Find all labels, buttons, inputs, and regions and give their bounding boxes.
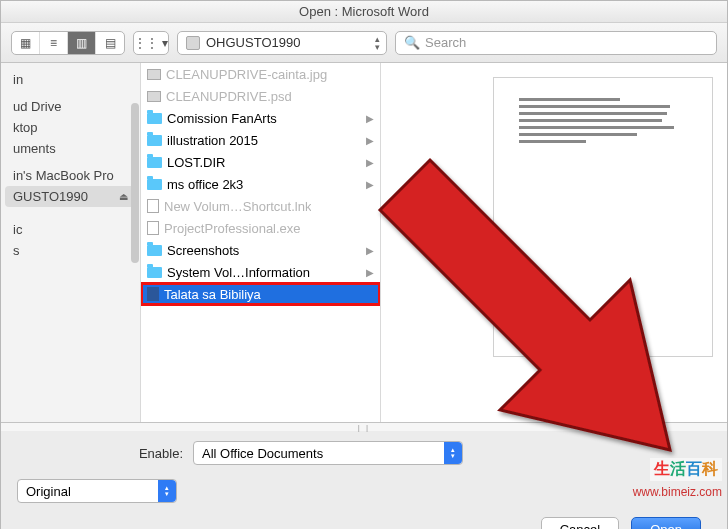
- window-title: Open : Microsoft Word: [1, 1, 727, 23]
- group-by-button[interactable]: ⋮⋮ ▾: [133, 31, 169, 55]
- view-gallery-button[interactable]: ▤: [96, 32, 124, 54]
- file-name: Talata sa Bibiliya: [164, 287, 261, 302]
- file-row[interactable]: Screenshots▶: [141, 239, 380, 261]
- file-name: LOST.DIR: [167, 155, 226, 170]
- sidebar-item[interactable]: ic: [5, 219, 136, 240]
- enable-value: All Office Documents: [202, 446, 323, 461]
- image-icon: [147, 91, 161, 102]
- file-name: ms office 2k3: [167, 177, 243, 192]
- doc-icon: [147, 221, 159, 235]
- view-columns-button[interactable]: ▥: [68, 32, 96, 54]
- empty-column: [381, 63, 479, 422]
- chevron-updown-icon: ▴▾: [444, 442, 462, 464]
- file-name: Screenshots: [167, 243, 239, 258]
- folder-icon: [147, 113, 162, 124]
- chevron-right-icon: ▶: [366, 135, 374, 146]
- sidebar-item[interactable]: s: [5, 240, 136, 261]
- preview-pane: iya: [479, 63, 727, 422]
- eject-icon[interactable]: ⏏: [119, 191, 128, 202]
- file-row[interactable]: New Volum…Shortcut.lnk: [141, 195, 380, 217]
- chevron-right-icon: ▶: [366, 267, 374, 278]
- word-icon: [147, 287, 159, 301]
- chevron-right-icon: ▶: [366, 157, 374, 168]
- preview-filename: iya: [594, 371, 612, 387]
- location-label: OHGUSTO1990: [206, 35, 300, 50]
- open-mode-value: Original: [26, 484, 71, 499]
- file-row[interactable]: System Vol…Information▶: [141, 261, 380, 283]
- chevron-right-icon: ▶: [366, 113, 374, 124]
- sidebar-item-selected[interactable]: GUSTO1990⏏: [5, 186, 136, 207]
- view-icons-button[interactable]: ▦: [12, 32, 40, 54]
- watermark-site: www.bimeiz.com: [633, 485, 722, 499]
- sidebar-scrollbar[interactable]: [131, 103, 139, 263]
- toolbar: ▦ ≡ ▥ ▤ ⋮⋮ ▾ OHGUSTO1990 ▴▾ 🔍 Search: [1, 23, 727, 63]
- file-name: CLEANUPDRIVE.psd: [166, 89, 292, 104]
- doc-icon: [147, 199, 159, 213]
- file-row[interactable]: illustration 2015▶: [141, 129, 380, 151]
- browser-content: in ud Drive ktop uments in's MacBook Pro…: [1, 63, 727, 423]
- file-name: System Vol…Information: [167, 265, 310, 280]
- file-name: New Volum…Shortcut.lnk: [164, 199, 311, 214]
- folder-icon: [147, 267, 162, 278]
- image-icon: [147, 69, 161, 80]
- file-name: CLEANUPDRIVE-cainta.jpg: [166, 67, 327, 82]
- search-field[interactable]: 🔍 Search: [395, 31, 717, 55]
- file-row[interactable]: Talata sa Bibiliya: [141, 283, 380, 305]
- file-name: Comission FanArts: [167, 111, 277, 126]
- sidebar-item[interactable]: ktop: [5, 117, 136, 138]
- sidebar-item[interactable]: in: [5, 69, 136, 90]
- chevron-updown-icon: ▴▾: [158, 480, 176, 502]
- open-button[interactable]: Open: [631, 517, 701, 529]
- folder-icon: [147, 245, 162, 256]
- cancel-button[interactable]: Cancel: [541, 517, 619, 529]
- location-dropdown[interactable]: OHGUSTO1990 ▴▾: [177, 31, 387, 55]
- sidebar-item[interactable]: in's MacBook Pro: [5, 165, 136, 186]
- search-placeholder: Search: [425, 35, 466, 50]
- file-row[interactable]: ProjectProfessional.exe: [141, 217, 380, 239]
- watermark-text: 生活百科: [650, 458, 722, 481]
- file-row[interactable]: CLEANUPDRIVE-cainta.jpg: [141, 63, 380, 85]
- sidebar: in ud Drive ktop uments in's MacBook Pro…: [1, 63, 141, 422]
- disk-icon: [186, 36, 200, 50]
- sidebar-item[interactable]: uments: [5, 138, 136, 159]
- preview-thumbnail: [493, 77, 713, 357]
- chevron-right-icon: ▶: [366, 179, 374, 190]
- folder-icon: [147, 179, 162, 190]
- enable-label: Enable:: [13, 446, 183, 461]
- file-name: ProjectProfessional.exe: [164, 221, 301, 236]
- chevron-updown-icon: ▴▾: [375, 35, 380, 51]
- open-dialog: Open : Microsoft Word ▦ ≡ ▥ ▤ ⋮⋮ ▾ OHGUS…: [0, 0, 728, 529]
- chevron-right-icon: ▶: [366, 245, 374, 256]
- file-row[interactable]: Comission FanArts▶: [141, 107, 380, 129]
- file-row[interactable]: CLEANUPDRIVE.psd: [141, 85, 380, 107]
- enable-select[interactable]: All Office Documents ▴▾: [193, 441, 463, 465]
- file-column: CLEANUPDRIVE-cainta.jpgCLEANUPDRIVE.psdC…: [141, 63, 381, 422]
- view-mode-segmented[interactable]: ▦ ≡ ▥ ▤: [11, 31, 125, 55]
- file-row[interactable]: ms office 2k3▶: [141, 173, 380, 195]
- folder-icon: [147, 135, 162, 146]
- file-name: illustration 2015: [167, 133, 258, 148]
- file-row[interactable]: LOST.DIR▶: [141, 151, 380, 173]
- search-icon: 🔍: [404, 35, 420, 50]
- view-list-button[interactable]: ≡: [40, 32, 68, 54]
- resize-handle[interactable]: | |: [1, 423, 727, 431]
- open-mode-select[interactable]: Original ▴▾: [17, 479, 177, 503]
- sidebar-item[interactable]: ud Drive: [5, 96, 136, 117]
- folder-icon: [147, 157, 162, 168]
- options-area: Enable: All Office Documents ▴▾ Original…: [1, 431, 727, 529]
